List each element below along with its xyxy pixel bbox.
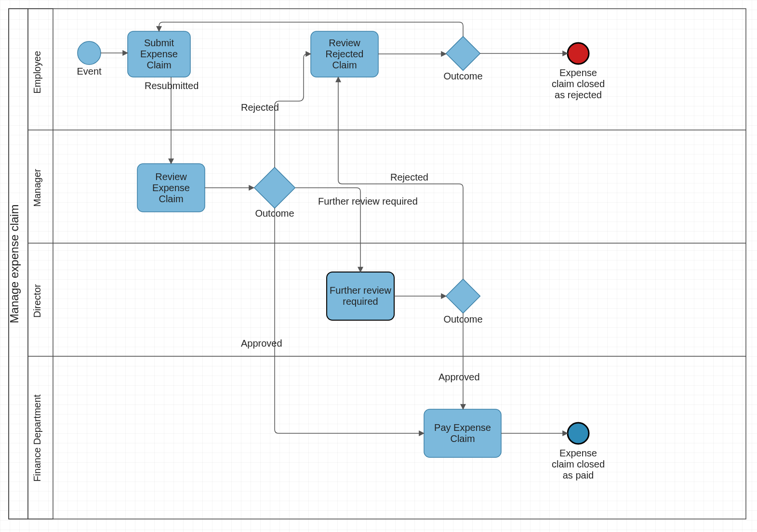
- svg-rect-2: [446, 279, 480, 313]
- edge-label-resubmitted: Resubmitted: [145, 80, 199, 91]
- edge-label-rejected2: Rejected: [390, 172, 428, 182]
- diagram-canvas: Manage expense claim Employee Manager Di…: [0, 0, 757, 532]
- task-further-review-label: Further review required: [327, 272, 394, 320]
- svg-rect-0: [446, 37, 480, 71]
- gateway-employee-label: Outcome: [443, 71, 482, 81]
- lane-title-manager: Manager: [32, 169, 42, 207]
- task-pay-claim-label: Pay Expense Claim: [424, 409, 501, 457]
- task-review-claim-label: Review Expense Claim: [137, 164, 205, 212]
- edge-label-further: Further review required: [318, 196, 418, 207]
- end-event-paid[interactable]: [568, 423, 589, 444]
- gateway-manager[interactable]: [254, 168, 295, 208]
- end-event-rejected-label: Expense claim closed as rejected: [549, 67, 607, 101]
- edge-label-approved: Approved: [241, 338, 282, 349]
- task-submit-claim-label: Submit Expense Claim: [128, 31, 190, 77]
- lane-title-director: Director: [32, 284, 42, 318]
- start-event[interactable]: [78, 41, 101, 65]
- start-event-label: Event: [77, 66, 102, 77]
- task-review-rejected-label: Review Rejected Claim: [311, 31, 378, 77]
- lane-title-employee: Employee: [32, 51, 42, 94]
- pool-container: [9, 9, 746, 519]
- edge-gwmanager-rejected: [275, 54, 311, 168]
- lane-title-finance: Finance Department: [32, 394, 42, 482]
- end-event-rejected[interactable]: [568, 43, 589, 64]
- bpmn-diagram: Manage expense claim Employee Manager Di…: [0, 0, 757, 532]
- pool-title: Manage expense claim: [8, 205, 21, 324]
- gateway-director[interactable]: [446, 279, 480, 313]
- gateway-employee[interactable]: [446, 37, 480, 71]
- end-event-paid-label: Expense claim closed as paid: [549, 448, 607, 481]
- edge-label-approved2: Approved: [438, 372, 480, 382]
- svg-rect-1: [254, 168, 295, 208]
- edge-label-rejected: Rejected: [241, 102, 279, 113]
